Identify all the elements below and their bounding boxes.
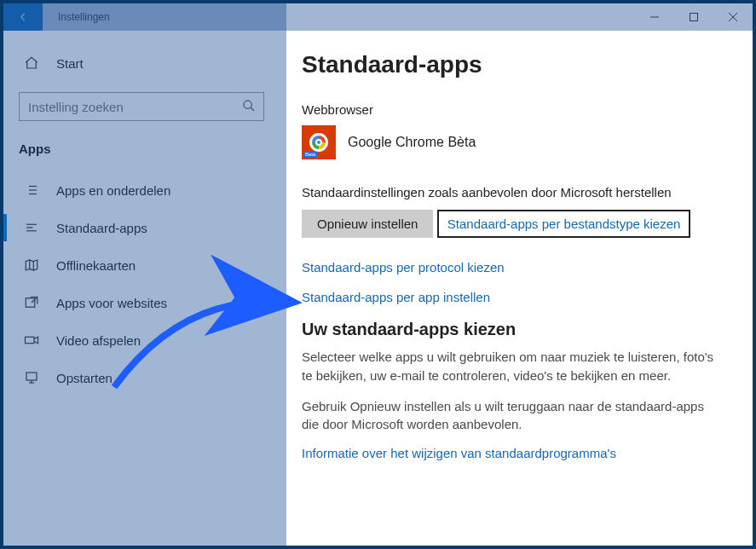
svg-point-4 <box>244 101 251 108</box>
sidebar-item-apps-features[interactable]: Apps en onderdelen <box>19 171 268 209</box>
main-panel: Standaard-apps Webbrowser Beta Google Ch… <box>276 31 753 546</box>
home-button[interactable]: Start <box>19 46 268 80</box>
close-icon <box>728 12 738 22</box>
minimize-button[interactable] <box>635 3 674 31</box>
default-browser-name: Google Chrome Bèta <box>348 135 476 150</box>
svg-rect-20 <box>26 373 37 380</box>
minimize-icon <box>649 12 660 22</box>
sidebar-item-label: Standaard-apps <box>56 221 147 235</box>
default-browser-row[interactable]: Beta Google Chrome Bèta <box>302 125 724 159</box>
link-by-filetype-highlight: Standaard-apps per bestandstype kiezen <box>437 210 691 238</box>
sidebar-item-label: Apps voor websites <box>56 296 167 310</box>
reset-description: Standaardinstellingen zoals aanbevolen d… <box>302 185 724 199</box>
sidebar-item-label: Video afspelen <box>56 333 141 348</box>
sidebar-item-apps-for-websites[interactable]: Apps voor websites <box>19 284 268 321</box>
svg-rect-1 <box>690 14 698 21</box>
settings-window: Instellingen Start <box>0 0 756 549</box>
startup-icon <box>24 370 39 385</box>
arrow-left-icon <box>16 10 30 24</box>
sidebar: Start Apps Apps en onderdelen Standaard-… <box>3 31 276 546</box>
defaults-icon <box>24 220 39 235</box>
page-title: Standaard-apps <box>302 51 724 78</box>
sidebar-item-offline-maps[interactable]: Offlinekaarten <box>19 246 268 284</box>
sidebar-item-label: Offlinekaarten <box>56 258 136 273</box>
sidebar-item-label: Opstarten <box>56 371 113 385</box>
video-icon <box>24 332 39 348</box>
sidebar-item-label: Apps en onderdelen <box>56 183 170 198</box>
chrome-beta-icon: Beta <box>302 125 336 159</box>
home-label: Start <box>56 56 84 71</box>
choose-defaults-p1: Selecteer welke apps u wilt gebruiken om… <box>302 348 724 385</box>
svg-rect-19 <box>26 337 35 344</box>
choose-defaults-p2: Gebruik Opnieuw instellen als u wilt ter… <box>302 397 724 435</box>
reset-button[interactable]: Opnieuw instellen <box>302 210 433 238</box>
open-icon <box>24 295 39 310</box>
link-choose-by-filetype[interactable]: Standaard-apps per bestandstype kiezen <box>447 217 681 231</box>
svg-line-5 <box>251 107 254 111</box>
sidebar-section-apps: Apps <box>19 142 268 156</box>
window-controls <box>635 3 753 31</box>
app-title: Instellingen <box>58 11 110 23</box>
svg-rect-17 <box>26 298 35 308</box>
search-icon <box>242 99 256 113</box>
link-set-by-app[interactable]: Standaard-apps per app instellen <box>302 290 724 304</box>
browser-section-label: Webbrowser <box>302 102 724 117</box>
close-button[interactable] <box>713 3 753 31</box>
titlebar: Instellingen <box>3 3 753 31</box>
link-info-defaults[interactable]: Informatie over het wijzigen van standaa… <box>302 446 616 460</box>
maximize-button[interactable] <box>674 3 713 31</box>
home-icon <box>24 55 39 71</box>
choose-defaults-title: Uw standaard-apps kiezen <box>302 320 724 339</box>
sidebar-item-default-apps[interactable]: Standaard-apps <box>19 209 268 246</box>
list-icon <box>24 182 39 198</box>
sidebar-item-video-playback[interactable]: Video afspelen <box>19 321 268 359</box>
sidebar-item-startup[interactable]: Opstarten <box>19 359 268 396</box>
map-icon <box>24 257 39 273</box>
link-choose-by-protocol[interactable]: Standaard-apps per protocol kiezen <box>302 260 724 274</box>
back-button[interactable] <box>3 3 43 31</box>
search-field[interactable] <box>19 92 264 121</box>
search-input[interactable] <box>19 92 264 121</box>
maximize-icon <box>689 12 699 22</box>
